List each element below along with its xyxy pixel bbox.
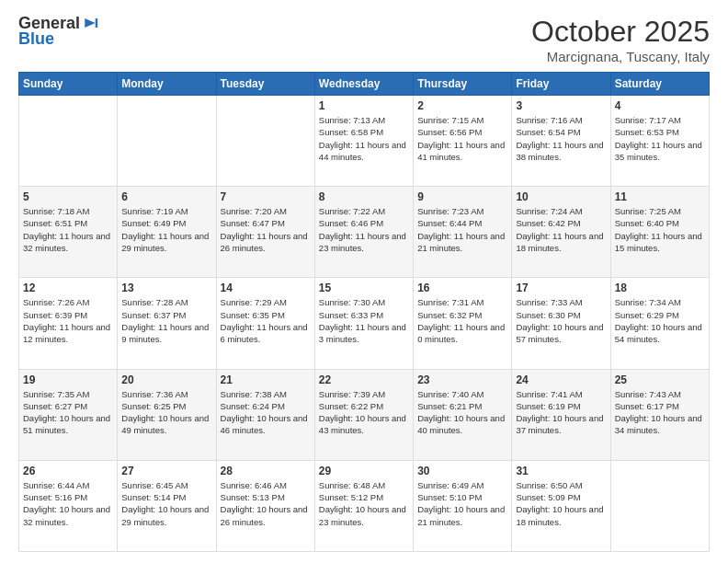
day-number: 12	[23, 282, 113, 294]
day-number: 28	[221, 465, 311, 477]
calendar-week-row: 26Sunrise: 6:44 AMSunset: 5:16 PMDayligh…	[19, 460, 710, 551]
month-title: October 2025	[531, 15, 710, 49]
calendar-cell: 19Sunrise: 7:35 AMSunset: 6:27 PMDayligh…	[19, 369, 118, 460]
calendar-cell: 16Sunrise: 7:31 AMSunset: 6:32 PMDayligh…	[414, 278, 512, 369]
day-info: Sunrise: 7:38 AMSunset: 6:24 PMDaylight:…	[221, 388, 311, 437]
weekday-header-wednesday: Wednesday	[314, 73, 413, 96]
day-info: Sunrise: 7:15 AMSunset: 6:56 PMDaylight:…	[417, 114, 507, 163]
day-number: 8	[319, 190, 409, 203]
day-number: 2	[417, 99, 507, 112]
day-info: Sunrise: 7:40 AMSunset: 6:21 PMDaylight:…	[417, 388, 507, 437]
calendar-cell: 10Sunrise: 7:24 AMSunset: 6:42 PMDayligh…	[512, 187, 610, 278]
calendar-cell: 13Sunrise: 7:28 AMSunset: 6:37 PMDayligh…	[118, 278, 216, 369]
calendar-cell: 2Sunrise: 7:15 AMSunset: 6:56 PMDaylight…	[414, 96, 512, 187]
day-info: Sunrise: 7:33 AMSunset: 6:30 PMDaylight:…	[516, 296, 606, 345]
calendar-cell	[216, 96, 314, 187]
calendar-cell: 20Sunrise: 7:36 AMSunset: 6:25 PMDayligh…	[118, 369, 216, 460]
day-number: 20	[121, 373, 211, 386]
title-block: October 2025 Marcignana, Tuscany, Italy	[531, 15, 710, 64]
day-number: 11	[615, 190, 705, 203]
svg-marker-0	[85, 18, 95, 28]
weekday-header-saturday: Saturday	[610, 73, 709, 96]
day-info: Sunrise: 7:17 AMSunset: 6:53 PMDaylight:…	[615, 114, 705, 163]
day-number: 19	[23, 373, 113, 386]
weekday-header-friday: Friday	[512, 73, 610, 96]
calendar-cell: 28Sunrise: 6:46 AMSunset: 5:13 PMDayligh…	[216, 460, 314, 551]
calendar-week-row: 5Sunrise: 7:18 AMSunset: 6:51 PMDaylight…	[19, 187, 710, 278]
day-info: Sunrise: 7:41 AMSunset: 6:19 PMDaylight:…	[516, 388, 606, 437]
calendar-cell: 18Sunrise: 7:34 AMSunset: 6:29 PMDayligh…	[610, 278, 709, 369]
day-number: 24	[516, 373, 606, 386]
calendar-cell: 17Sunrise: 7:33 AMSunset: 6:30 PMDayligh…	[512, 278, 610, 369]
day-number: 26	[23, 465, 113, 477]
calendar-cell	[19, 96, 118, 187]
day-info: Sunrise: 7:31 AMSunset: 6:32 PMDaylight:…	[417, 296, 507, 345]
day-number: 9	[417, 190, 507, 203]
day-info: Sunrise: 7:28 AMSunset: 6:37 PMDaylight:…	[121, 296, 211, 345]
weekday-header-thursday: Thursday	[414, 73, 512, 96]
day-info: Sunrise: 7:25 AMSunset: 6:40 PMDaylight:…	[615, 205, 705, 254]
day-number: 29	[319, 465, 409, 477]
weekday-header-sunday: Sunday	[19, 73, 118, 96]
day-info: Sunrise: 7:30 AMSunset: 6:33 PMDaylight:…	[319, 296, 409, 345]
calendar-cell: 11Sunrise: 7:25 AMSunset: 6:40 PMDayligh…	[610, 187, 709, 278]
location: Marcignana, Tuscany, Italy	[531, 49, 710, 64]
calendar-cell: 30Sunrise: 6:49 AMSunset: 5:10 PMDayligh…	[414, 460, 512, 551]
day-info: Sunrise: 7:39 AMSunset: 6:22 PMDaylight:…	[319, 388, 409, 437]
page-header: General Blue October 2025 Marcignana, Tu…	[18, 15, 710, 64]
calendar-cell: 31Sunrise: 6:50 AMSunset: 5:09 PMDayligh…	[512, 460, 610, 551]
calendar-week-row: 12Sunrise: 7:26 AMSunset: 6:39 PMDayligh…	[19, 278, 710, 369]
day-info: Sunrise: 6:48 AMSunset: 5:12 PMDaylight:…	[319, 479, 409, 528]
calendar-cell	[118, 96, 216, 187]
day-info: Sunrise: 6:49 AMSunset: 5:10 PMDaylight:…	[417, 479, 507, 528]
day-number: 13	[121, 282, 211, 294]
day-info: Sunrise: 7:18 AMSunset: 6:51 PMDaylight:…	[23, 205, 113, 254]
day-info: Sunrise: 7:26 AMSunset: 6:39 PMDaylight:…	[23, 296, 113, 345]
day-info: Sunrise: 7:19 AMSunset: 6:49 PMDaylight:…	[121, 205, 211, 254]
day-info: Sunrise: 6:44 AMSunset: 5:16 PMDaylight:…	[23, 479, 113, 528]
calendar-cell: 21Sunrise: 7:38 AMSunset: 6:24 PMDayligh…	[216, 369, 314, 460]
calendar-cell: 14Sunrise: 7:29 AMSunset: 6:35 PMDayligh…	[216, 278, 314, 369]
day-number: 10	[516, 190, 606, 203]
logo: General Blue	[18, 15, 98, 49]
calendar-cell: 24Sunrise: 7:41 AMSunset: 6:19 PMDayligh…	[512, 369, 610, 460]
calendar-week-row: 1Sunrise: 7:13 AMSunset: 6:58 PMDaylight…	[19, 96, 710, 187]
calendar-cell: 4Sunrise: 7:17 AMSunset: 6:53 PMDaylight…	[610, 96, 709, 187]
weekday-header-monday: Monday	[118, 73, 216, 96]
calendar-cell: 27Sunrise: 6:45 AMSunset: 5:14 PMDayligh…	[118, 460, 216, 551]
day-number: 27	[121, 465, 211, 477]
day-number: 18	[615, 282, 705, 294]
day-info: Sunrise: 7:43 AMSunset: 6:17 PMDaylight:…	[615, 388, 705, 437]
calendar-cell: 9Sunrise: 7:23 AMSunset: 6:44 PMDaylight…	[414, 187, 512, 278]
day-number: 6	[121, 190, 211, 203]
day-number: 22	[319, 373, 409, 386]
day-number: 31	[516, 465, 606, 477]
calendar-cell: 1Sunrise: 7:13 AMSunset: 6:58 PMDaylight…	[314, 96, 413, 187]
calendar-week-row: 19Sunrise: 7:35 AMSunset: 6:27 PMDayligh…	[19, 369, 710, 460]
day-number: 15	[319, 282, 409, 294]
day-number: 5	[23, 190, 113, 203]
calendar-cell: 26Sunrise: 6:44 AMSunset: 5:16 PMDayligh…	[19, 460, 118, 551]
day-number: 3	[516, 99, 606, 112]
svg-rect-1	[96, 18, 97, 28]
calendar-cell: 5Sunrise: 7:18 AMSunset: 6:51 PMDaylight…	[19, 187, 118, 278]
calendar-cell: 6Sunrise: 7:19 AMSunset: 6:49 PMDaylight…	[118, 187, 216, 278]
calendar-cell	[610, 460, 709, 551]
day-info: Sunrise: 6:46 AMSunset: 5:13 PMDaylight:…	[221, 479, 311, 528]
day-number: 14	[221, 282, 311, 294]
calendar-cell: 22Sunrise: 7:39 AMSunset: 6:22 PMDayligh…	[314, 369, 413, 460]
calendar-header-row: SundayMondayTuesdayWednesdayThursdayFrid…	[19, 73, 710, 96]
weekday-header-tuesday: Tuesday	[216, 73, 314, 96]
logo-icon	[82, 17, 98, 29]
day-number: 21	[221, 373, 311, 386]
calendar-cell: 23Sunrise: 7:40 AMSunset: 6:21 PMDayligh…	[414, 369, 512, 460]
calendar-cell: 25Sunrise: 7:43 AMSunset: 6:17 PMDayligh…	[610, 369, 709, 460]
day-info: Sunrise: 7:20 AMSunset: 6:47 PMDaylight:…	[221, 205, 311, 254]
day-number: 4	[615, 99, 705, 112]
calendar-table: SundayMondayTuesdayWednesdayThursdayFrid…	[18, 72, 710, 552]
calendar-cell: 3Sunrise: 7:16 AMSunset: 6:54 PMDaylight…	[512, 96, 610, 187]
logo-blue-text: Blue	[18, 29, 54, 49]
calendar-cell: 7Sunrise: 7:20 AMSunset: 6:47 PMDaylight…	[216, 187, 314, 278]
calendar-cell: 29Sunrise: 6:48 AMSunset: 5:12 PMDayligh…	[314, 460, 413, 551]
day-info: Sunrise: 6:45 AMSunset: 5:14 PMDaylight:…	[121, 479, 211, 528]
